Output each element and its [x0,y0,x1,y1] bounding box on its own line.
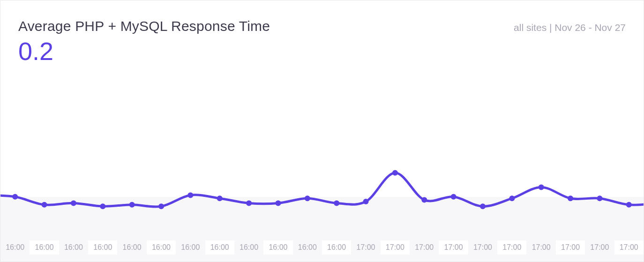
data-point[interactable] [421,197,427,203]
x-tick: 17:00 [497,240,526,255]
data-point[interactable] [246,200,252,206]
x-tick: 17:00 [410,240,439,255]
data-point[interactable] [12,194,18,200]
x-tick: 17:00 [351,240,380,255]
chart-line [0,173,644,207]
data-point[interactable] [275,200,281,206]
x-axis: 16:0016:0016:0016:0016:0016:0016:0016:00… [0,233,644,262]
data-point[interactable] [129,202,135,208]
x-tick: 16:00 [88,240,117,255]
data-point[interactable] [597,195,602,201]
data-point[interactable] [217,195,223,201]
x-tick: 16:00 [263,240,292,255]
metric-value: 0.2 [0,34,644,65]
data-point[interactable] [626,202,632,208]
x-tick: 17:00 [468,240,497,255]
data-point[interactable] [480,203,486,209]
x-tick: 16:00 [117,240,146,255]
date-range-label: all sites | Nov 26 - Nov 27 [514,22,626,33]
metric-card: Average PHP + MySQL Response Time all si… [0,0,644,262]
x-tick: 16:00 [322,240,351,255]
data-point[interactable] [392,170,398,176]
x-tick: 17:00 [614,240,644,255]
x-tick: 16:00 [0,240,30,255]
card-header: Average PHP + MySQL Response Time all si… [0,0,644,34]
x-tick: 17:00 [439,240,468,255]
data-point[interactable] [334,200,339,206]
x-tick: 16:00 [30,240,59,255]
line-chart [0,74,644,233]
data-point[interactable] [100,203,105,209]
data-point[interactable] [42,202,47,208]
x-tick: 17:00 [556,240,585,255]
chart-area: 16:0016:0016:0016:0016:0016:0016:0016:00… [0,74,644,262]
x-tick: 16:00 [205,240,234,255]
x-tick: 16:00 [234,240,263,255]
data-point[interactable] [509,195,515,201]
x-tick: 17:00 [585,240,614,255]
data-point[interactable] [539,184,544,190]
chart-title: Average PHP + MySQL Response Time [18,18,270,34]
data-point[interactable] [451,194,457,200]
data-point[interactable] [71,200,76,206]
x-tick: 16:00 [147,240,176,255]
x-tick: 16:00 [293,240,322,255]
x-tick: 17:00 [526,240,555,255]
data-point[interactable] [158,203,164,209]
data-point[interactable] [363,199,369,204]
x-tick: 16:00 [59,240,88,255]
x-tick: 17:00 [381,240,410,255]
data-point[interactable] [187,192,193,198]
data-point[interactable] [305,195,310,201]
data-point[interactable] [568,195,573,201]
x-tick: 16:00 [176,240,205,255]
